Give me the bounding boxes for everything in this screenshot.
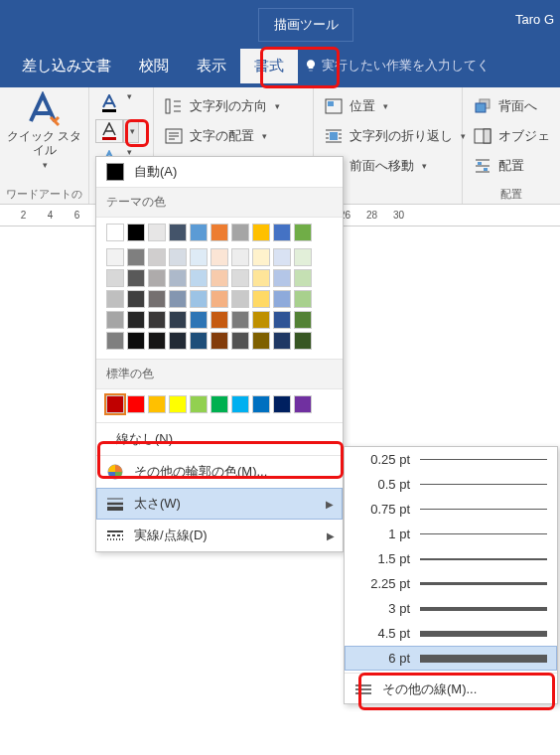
auto-color-item[interactable]: 自動(A) [96, 157, 343, 187]
color-swatch[interactable] [148, 269, 166, 287]
color-swatch[interactable] [273, 269, 291, 287]
color-swatch[interactable] [294, 224, 312, 241]
color-swatch[interactable] [106, 248, 124, 266]
tab-view[interactable]: 表示 [183, 49, 240, 83]
weight-option[interactable]: 0.75 pt [345, 497, 557, 522]
color-swatch[interactable] [210, 311, 228, 329]
color-swatch[interactable] [294, 311, 312, 329]
color-swatch[interactable] [190, 332, 208, 350]
color-swatch[interactable] [106, 311, 124, 329]
color-swatch[interactable] [169, 332, 187, 350]
tab-format[interactable]: 書式 [240, 49, 298, 83]
color-swatch[interactable] [231, 248, 249, 266]
color-swatch[interactable] [273, 290, 291, 308]
color-swatch[interactable] [294, 269, 312, 287]
color-swatch[interactable] [169, 395, 187, 413]
color-swatch[interactable] [148, 248, 166, 266]
dashes-submenu-item[interactable]: 実線/点線(D) ▶ [96, 520, 343, 551]
selection-pane-button[interactable]: オブジェ [469, 121, 554, 151]
color-swatch[interactable] [252, 311, 270, 329]
color-swatch[interactable] [252, 248, 270, 266]
color-swatch[interactable] [231, 290, 249, 308]
chevron-down-icon[interactable]: ▾ [127, 91, 132, 115]
text-direction-button[interactable]: 文字列の方向▾ [160, 91, 307, 121]
color-swatch[interactable] [252, 224, 270, 241]
color-swatch[interactable] [273, 224, 291, 241]
color-swatch[interactable] [294, 395, 312, 413]
color-swatch[interactable] [210, 248, 228, 266]
color-swatch[interactable] [231, 224, 249, 241]
color-swatch[interactable] [148, 311, 166, 329]
color-swatch[interactable] [190, 224, 208, 241]
weight-option[interactable]: 0.5 pt [345, 472, 557, 497]
color-swatch[interactable] [273, 395, 291, 413]
text-align-button[interactable]: 文字の配置▾ [160, 121, 307, 151]
color-swatch[interactable] [252, 332, 270, 350]
weight-option[interactable]: 4.5 pt [345, 621, 557, 646]
quick-styles-button[interactable]: クイック スタイル ▾ [6, 91, 82, 170]
color-swatch[interactable] [127, 269, 145, 287]
color-swatch[interactable] [169, 248, 187, 266]
color-swatch[interactable] [106, 269, 124, 287]
color-swatch[interactable] [127, 224, 145, 241]
more-outline-colors-item[interactable]: その他の輪郭の色(M)... [96, 456, 343, 488]
color-swatch[interactable] [231, 395, 249, 413]
color-swatch[interactable] [148, 395, 166, 413]
no-line-item[interactable]: 線なし(N) [96, 423, 343, 455]
more-lines-item[interactable]: その他の線(M)... [345, 676, 557, 703]
weight-option[interactable]: 0.25 pt [345, 447, 557, 472]
text-fill-button[interactable] [95, 91, 123, 115]
color-swatch[interactable] [127, 248, 145, 266]
color-swatch[interactable] [106, 224, 124, 241]
color-swatch[interactable] [231, 269, 249, 287]
color-swatch[interactable] [231, 311, 249, 329]
color-swatch[interactable] [252, 395, 270, 413]
weight-submenu-item[interactable]: 太さ(W) ▶ [96, 488, 343, 520]
color-swatch[interactable] [148, 290, 166, 308]
weight-option[interactable]: 1 pt [345, 522, 557, 546]
wrap-text-button[interactable]: 文字列の折り返し▾ [320, 121, 456, 151]
weight-option[interactable]: 6 pt [345, 646, 557, 671]
color-swatch[interactable] [294, 332, 312, 350]
color-swatch[interactable] [294, 248, 312, 266]
color-swatch[interactable] [169, 269, 187, 287]
color-swatch[interactable] [127, 311, 145, 329]
color-swatch[interactable] [210, 224, 228, 241]
color-swatch[interactable] [148, 332, 166, 350]
color-swatch[interactable] [190, 269, 208, 287]
tell-me[interactable]: 実行したい作業を入力してく [304, 57, 490, 75]
weight-option[interactable]: 1.5 pt [345, 546, 557, 571]
text-outline-button[interactable] [95, 119, 123, 143]
tab-review[interactable]: 校閲 [125, 49, 183, 83]
text-outline-dropdown[interactable]: ▾ [123, 119, 139, 143]
color-swatch[interactable] [252, 290, 270, 308]
color-swatch[interactable] [106, 395, 124, 413]
align-button[interactable]: 配置 [469, 151, 554, 181]
color-swatch[interactable] [148, 224, 166, 241]
color-swatch[interactable] [210, 332, 228, 350]
color-swatch[interactable] [210, 290, 228, 308]
color-swatch[interactable] [190, 395, 208, 413]
color-swatch[interactable] [169, 311, 187, 329]
color-swatch[interactable] [106, 290, 124, 308]
color-swatch[interactable] [106, 332, 124, 350]
color-swatch[interactable] [169, 224, 187, 241]
color-swatch[interactable] [231, 332, 249, 350]
tab-mailings[interactable]: 差し込み文書 [8, 49, 125, 83]
weight-option[interactable]: 2.25 pt [345, 571, 557, 596]
color-swatch[interactable] [190, 311, 208, 329]
color-swatch[interactable] [127, 290, 145, 308]
color-swatch[interactable] [169, 290, 187, 308]
color-swatch[interactable] [190, 248, 208, 266]
color-swatch[interactable] [294, 290, 312, 308]
weight-option[interactable]: 3 pt [345, 596, 557, 621]
color-swatch[interactable] [190, 290, 208, 308]
color-swatch[interactable] [127, 395, 145, 413]
color-swatch[interactable] [273, 332, 291, 350]
color-swatch[interactable] [273, 248, 291, 266]
color-swatch[interactable] [252, 269, 270, 287]
color-swatch[interactable] [210, 395, 228, 413]
position-button[interactable]: 位置▾ [320, 91, 456, 121]
color-swatch[interactable] [273, 311, 291, 329]
send-backward-button[interactable]: 背面へ [469, 91, 554, 121]
